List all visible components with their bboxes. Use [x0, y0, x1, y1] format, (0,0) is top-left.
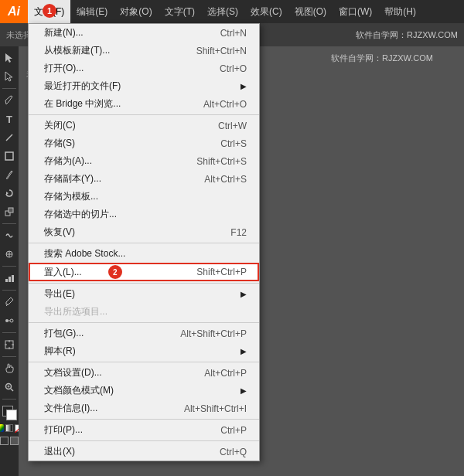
separator-3	[29, 283, 259, 284]
menu-print-shortcut: Ctrl+P	[220, 425, 247, 436]
menu-place-label: 置入(L)...	[44, 266, 104, 279]
menu-revert[interactable]: 恢复(V) F12	[29, 223, 259, 241]
separator-1	[29, 114, 259, 115]
menu-item-window[interactable]: 窗口(W)	[333, 0, 378, 23]
tool-sep-7	[2, 399, 16, 400]
menu-color-mode[interactable]: 文档颜色模式(M) ▶	[29, 382, 259, 400]
menu-scripts[interactable]: 脚本(R) ▶	[29, 342, 259, 360]
menu-item-select[interactable]: 选择(S)	[201, 0, 244, 23]
menu-doc-setup[interactable]: 文档设置(D)... Alt+Ctrl+P	[29, 364, 259, 382]
tool-scale[interactable]	[1, 203, 18, 220]
menu-item-view[interactable]: 视图(O)	[288, 0, 333, 23]
menu-save-as[interactable]: 存储为(A)... Shift+Ctrl+S	[29, 152, 259, 170]
menu-recent[interactable]: 最近打开的文件(F) ▶	[29, 77, 259, 95]
menu-package-label: 打包(G)...	[44, 327, 165, 340]
tool-zoom[interactable]	[1, 379, 18, 396]
menu-package[interactable]: 打包(G)... Alt+Shift+Ctrl+P	[29, 325, 259, 342]
menu-close-label: 关闭(C)	[44, 119, 203, 132]
menu-new-template-shortcut: Shift+Ctrl+N	[196, 46, 247, 56]
menu-recent-label: 最近打开的文件(F)	[44, 80, 236, 93]
tool-column-graph[interactable]	[1, 270, 18, 287]
menu-quit[interactable]: 退出(X) Ctrl+Q	[29, 443, 259, 461]
tool-brush[interactable]	[1, 166, 18, 183]
menu-scripts-arrow: ▶	[241, 347, 247, 355]
menu-quit-shortcut: Ctrl+Q	[220, 447, 247, 457]
tool-symbol[interactable]	[1, 246, 18, 263]
app-logo: Ai	[0, 0, 28, 23]
menu-search-stock-label: 搜索 Adobe Stock...	[44, 247, 247, 260]
tool-sep-6	[2, 356, 16, 357]
menu-item-help[interactable]: 帮助(H)	[378, 0, 422, 23]
menu-print[interactable]: 打印(P)... Ctrl+P	[29, 421, 259, 439]
svg-point-15	[5, 319, 9, 322]
tool-rect[interactable]	[1, 148, 18, 165]
menu-export[interactable]: 导出(E) ▶	[29, 285, 259, 303]
tool-hand[interactable]	[1, 360, 18, 377]
menu-bridge[interactable]: 在 Bridge 中浏览... Alt+Ctrl+O	[29, 95, 259, 113]
svg-rect-11	[5, 279, 8, 282]
tool-eyedropper[interactable]	[1, 294, 18, 311]
svg-marker-0	[5, 53, 12, 63]
screen-mode-icon-2[interactable]	[10, 437, 19, 445]
menu-search-stock[interactable]: 搜索 Adobe Stock...	[29, 245, 259, 263]
tool-line[interactable]	[1, 129, 18, 146]
menu-close-shortcut: Ctrl+W	[218, 121, 247, 131]
tool-sep-1	[2, 88, 16, 89]
site-label: 软件自学网：RJZXW.COM	[356, 29, 458, 41]
menu-place[interactable]: 置入(L)... 2 Shift+Ctrl+P	[29, 263, 259, 281]
menu-print-label: 打印(P)...	[44, 423, 205, 437]
separator-2	[29, 243, 259, 243]
menu-save-as-label: 存储为(A)...	[44, 155, 181, 168]
separator-7	[29, 440, 259, 441]
menu-save-template[interactable]: 存储为模板...	[29, 188, 259, 206]
menu-bridge-shortcut: Alt+Ctrl+O	[203, 99, 247, 110]
menu-item-effect[interactable]: 效果(C)	[244, 0, 288, 23]
menu-item-text[interactable]: 文字(T)	[159, 0, 201, 23]
menu-item-edit[interactable]: 编辑(E)	[70, 0, 114, 23]
tool-select[interactable]	[1, 49, 18, 66]
menu-save[interactable]: 存储(S) Ctrl+S	[29, 134, 259, 152]
menu-export-selection-label: 导出所选项目...	[44, 305, 247, 318]
tool-type[interactable]: T	[1, 110, 18, 128]
tool-rotate[interactable]	[1, 185, 18, 202]
fill-stroke-indicator[interactable]	[1, 404, 18, 421]
menu-open-shortcut: Ctrl+O	[220, 63, 247, 74]
tool-warp[interactable]	[1, 227, 18, 244]
file-dropdown-menu: 新建(N)... Ctrl+N 从模板新建(T)... Shift+Ctrl+N…	[28, 23, 260, 461]
menu-scripts-label: 脚本(R)	[44, 345, 236, 358]
tool-sep-4	[2, 290, 16, 291]
menu-item-object[interactable]: 对象(O)	[114, 0, 158, 23]
menu-doc-setup-shortcut: Alt+Ctrl+P	[204, 368, 247, 379]
tool-pen[interactable]	[1, 92, 18, 109]
svg-rect-4	[5, 152, 13, 160]
menu-color-mode-label: 文档颜色模式(M)	[44, 384, 236, 397]
menu-open[interactable]: 打开(O)... Ctrl+O	[29, 60, 259, 77]
tool-blend[interactable]	[1, 312, 18, 329]
menu-file-info-shortcut: Alt+Shift+Ctrl+I	[184, 403, 247, 414]
menu-place-shortcut: Shift+Ctrl+P	[196, 267, 247, 277]
svg-rect-7	[9, 208, 13, 212]
svg-line-24	[11, 389, 13, 391]
menu-bridge-label: 在 Bridge 中浏览...	[44, 97, 188, 110]
screen-mode-icon[interactable]	[0, 437, 9, 445]
top-bar: Ai 文件(F) 编辑(E) 对象(O) 文字(T) 选择(S) 效果(C) 视…	[0, 0, 464, 23]
color-icon[interactable]	[0, 424, 4, 432]
separator-6	[29, 419, 259, 420]
menu-save-slices[interactable]: 存储选中的切片...	[29, 206, 259, 223]
menu-save-copy[interactable]: 存储副本(Y)... Alt+Ctrl+S	[29, 170, 259, 188]
menu-close[interactable]: 关闭(C) Ctrl+W	[29, 117, 259, 134]
tool-direct-select[interactable]	[1, 68, 18, 85]
menu-new[interactable]: 新建(N)... Ctrl+N	[29, 24, 259, 42]
menu-save-label: 存储(S)	[44, 137, 205, 150]
menu-new-template-label: 从模板新建(T)...	[44, 44, 181, 57]
svg-rect-12	[9, 277, 11, 282]
menu-new-template[interactable]: 从模板新建(T)... Shift+Ctrl+N	[29, 42, 259, 60]
gradient-icon[interactable]	[5, 424, 13, 432]
menu-quit-label: 退出(X)	[44, 445, 204, 458]
tool-artboard[interactable]	[1, 336, 18, 353]
menu-file-info[interactable]: 文件信息(I)... Alt+Shift+Ctrl+I	[29, 400, 259, 417]
menu-package-shortcut: Alt+Shift+Ctrl+P	[180, 328, 247, 339]
separator-5	[29, 362, 259, 362]
menu-file-info-label: 文件信息(I)...	[44, 402, 169, 415]
svg-point-16	[10, 319, 13, 322]
